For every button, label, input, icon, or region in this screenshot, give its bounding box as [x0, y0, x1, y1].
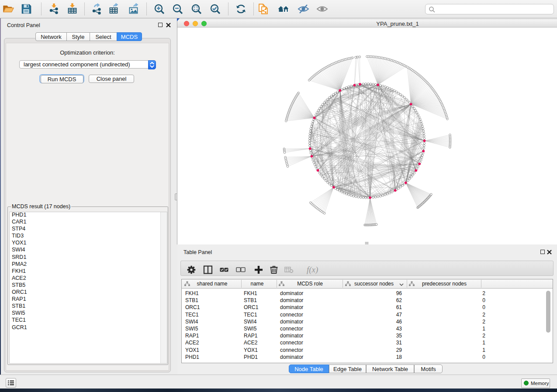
svg-text:f(x): f(x): [307, 265, 318, 275]
